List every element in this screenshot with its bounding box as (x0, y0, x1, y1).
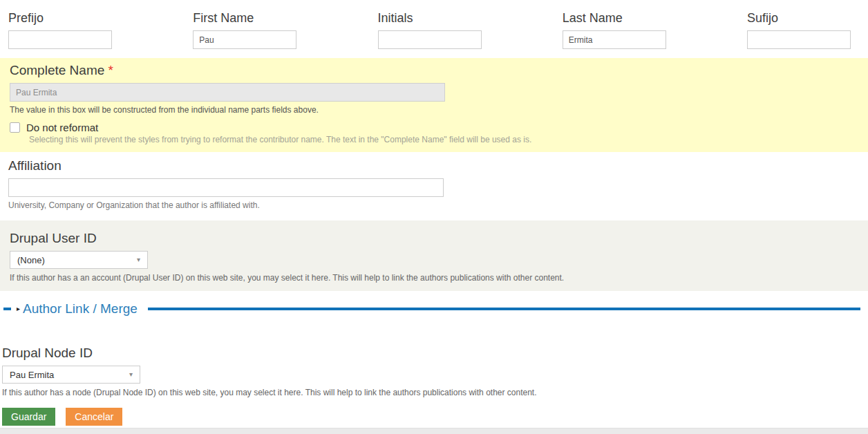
suffix-label: Sufijo (747, 10, 851, 26)
name-parts-row: Prefijo First Name Initials Last Name Su… (0, 0, 868, 49)
last-name-field: Last Name (563, 10, 666, 49)
drupal-node-id-select[interactable]: Pau Ermita ▾ (2, 366, 140, 384)
do-not-reformat-help: Selecting this will prevent the styles f… (29, 135, 858, 144)
complete-name-label: Complete Name (10, 63, 104, 77)
author-link-merge-toggle[interactable]: Author Link / Merge (23, 301, 138, 317)
prefix-input[interactable] (8, 30, 112, 49)
drupal-node-id-selected-value: Pau Ermita (10, 370, 54, 380)
footer-bar (0, 428, 868, 434)
prefix-label: Prefijo (8, 10, 112, 26)
last-name-input[interactable] (563, 30, 666, 49)
first-name-field: First Name (193, 10, 296, 49)
chevron-down-icon: ▾ (137, 256, 140, 263)
drupal-user-id-select[interactable]: (None) ▾ (10, 251, 148, 269)
drupal-node-id-section: Drupal Node ID Pau Ermita ▾ If this auth… (2, 345, 868, 398)
chevron-down-icon: ▾ (129, 371, 133, 378)
complete-name-input (10, 83, 445, 102)
initials-input[interactable] (378, 30, 482, 49)
complete-name-section: Complete Name * The value in this box wi… (0, 58, 868, 152)
save-button[interactable]: Guardar (2, 408, 55, 426)
prefix-field: Prefijo (8, 10, 112, 49)
drupal-user-id-label: Drupal User ID (10, 230, 858, 247)
do-not-reformat-checkbox[interactable] (10, 122, 20, 133)
author-link-merge-fieldset: ▸ Author Link / Merge (3, 301, 868, 317)
initials-label: Initials (378, 10, 482, 26)
first-name-input[interactable] (193, 30, 296, 49)
last-name-label: Last Name (563, 10, 666, 26)
drupal-user-id-selected-value: (None) (17, 255, 45, 265)
legend-dash-icon (3, 308, 11, 310)
initials-field: Initials (378, 10, 482, 49)
do-not-reformat-row: Do not reformat (10, 121, 858, 133)
drupal-node-id-help: If this author has a node (Drupal Node I… (2, 388, 868, 398)
form-actions: Guardar Cancelar (2, 408, 868, 426)
suffix-field: Sufijo (747, 10, 851, 49)
affiliation-section: Affiliation University, Company or Organ… (0, 152, 868, 220)
required-asterisk: * (108, 63, 113, 77)
cancel-button[interactable]: Cancelar (66, 408, 122, 426)
collapsed-arrow-icon: ▸ (17, 305, 20, 312)
do-not-reformat-label[interactable]: Do not reformat (26, 122, 98, 133)
first-name-label: First Name (193, 10, 296, 26)
drupal-node-id-label: Drupal Node ID (2, 345, 868, 361)
legend-divider-line (148, 308, 860, 310)
complete-name-title: Complete Name * (10, 62, 858, 79)
affiliation-label: Affiliation (8, 158, 858, 174)
complete-name-help: The value in this box will be constructe… (10, 105, 858, 115)
drupal-user-id-help: If this author has a an account (Drupal … (10, 273, 858, 283)
suffix-input[interactable] (747, 30, 851, 49)
affiliation-input[interactable] (8, 178, 444, 197)
affiliation-help: University, Company or Organization that… (8, 200, 858, 211)
drupal-user-id-section: Drupal User ID (None) ▾ If this author h… (0, 220, 868, 291)
